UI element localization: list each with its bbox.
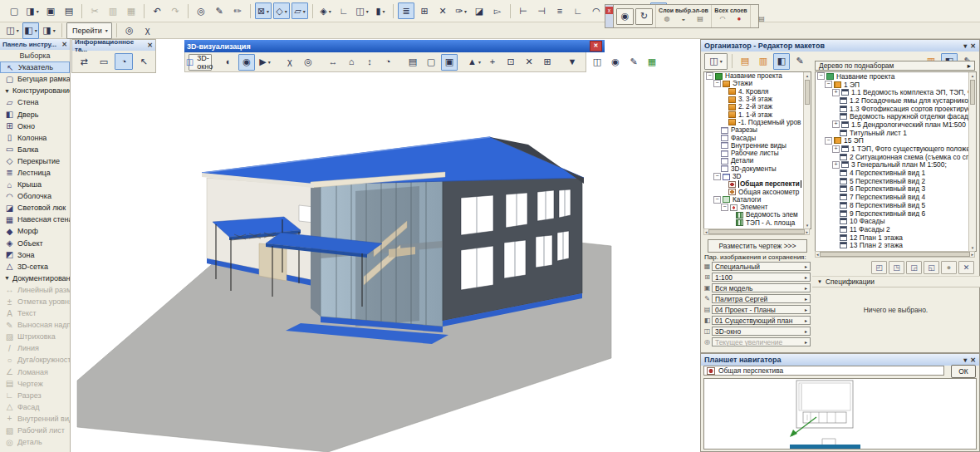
save-icon[interactable]: ▣ xyxy=(42,2,59,19)
eraser-icon[interactable]: ◪ xyxy=(471,2,488,19)
collapse-box-icon[interactable]: − xyxy=(713,196,721,204)
arc-edit-icon[interactable]: ◠ xyxy=(588,2,605,19)
layout-tree-hscrollbar[interactable]: ◂▸ xyxy=(815,251,975,258)
popup-navigator-icon[interactable]: ◫▾ xyxy=(4,22,21,39)
window-type-dropdown[interactable]: ◫3D-окно▸ xyxy=(703,326,811,337)
navigator-ok-button[interactable]: ОК xyxy=(951,365,976,378)
3d-viewport[interactable]: 3D-визуализация ✕ ◫3D-окно◐◉▶▾χ◎↔⌂↕◔▤▢▣▲… xyxy=(71,39,700,452)
close-icon[interactable]: ✕ xyxy=(970,42,976,50)
close-icon[interactable]: ✕ xyxy=(590,41,602,52)
tree-item[interactable]: −3D xyxy=(704,173,803,180)
orbit-eye-icon[interactable]: ◉ xyxy=(616,8,634,25)
navigator-header[interactable]: Планшет навигатора ▾✕ xyxy=(701,354,979,366)
roof-tool[interactable]: ⌂Крыша xyxy=(0,179,70,190)
new-master-layout-icon[interactable]: ◳ xyxy=(889,261,904,274)
tree-item[interactable]: −Элемент xyxy=(704,204,803,211)
tree-item[interactable]: 10 Фасады xyxy=(816,217,968,225)
close-icon[interactable]: ✕ xyxy=(970,356,976,364)
tree-item[interactable]: Общая аксонометр xyxy=(704,188,803,195)
tree-item[interactable]: −1 ЭП xyxy=(816,81,968,89)
new-layout-icon[interactable]: ◰ xyxy=(871,261,887,274)
tool-section[interactable]: ▼Конструирование xyxy=(0,85,70,96)
rotate-eye-icon[interactable]: ↻ xyxy=(635,8,653,25)
tree-item[interactable]: 2. 2-й этаж xyxy=(704,103,803,111)
fit-in-window-icon[interactable]: ⌂ xyxy=(343,54,360,71)
lock-layer-icon[interactable]: ◒ xyxy=(676,13,691,25)
organizer-header[interactable]: Организатор - Редактор макетов ▾✕ xyxy=(701,40,979,52)
tree-item[interactable]: ТЭП - А. площа xyxy=(704,219,803,227)
publisher-icon[interactable]: ✎ xyxy=(791,53,808,70)
distribute-icon[interactable]: ≡ xyxy=(551,2,568,19)
photorender-icon[interactable]: ▼ xyxy=(564,54,581,71)
inject-pen-icon[interactable]: ✏ xyxy=(229,2,246,19)
duplicate-icon[interactable]: ◫▾ xyxy=(354,2,370,19)
marquee-3d-icon[interactable]: ⊡ xyxy=(502,54,519,71)
structure-display-dropdown[interactable]: ▣Вся модель▸ xyxy=(703,282,811,293)
pan-icon[interactable]: ↔ xyxy=(325,54,341,71)
window-tool[interactable]: ⊞Окно xyxy=(0,120,70,132)
wall-tool[interactable]: ▱Стена xyxy=(0,96,70,108)
tree-item[interactable]: Титульный лист 1 xyxy=(816,129,968,137)
tree-item[interactable]: Внутренние виды xyxy=(704,142,803,150)
find-select-icon[interactable]: ◎ xyxy=(193,2,209,19)
tree-item[interactable]: Детали xyxy=(704,157,803,165)
import-layout-icon[interactable]: ◱ xyxy=(924,261,939,274)
dropdown-value-box[interactable]: 1:100▸ xyxy=(712,273,811,282)
close-icon[interactable]: x xyxy=(605,7,613,14)
subset-tree-selector[interactable]: Дерево по поднаборам▸ xyxy=(815,61,975,71)
collapse-box-icon[interactable]: − xyxy=(713,173,721,180)
orbit-info-icon[interactable]: ◔ xyxy=(115,53,133,70)
print-icon[interactable]: ▤ xyxy=(61,2,77,19)
sun-settings-icon[interactable]: ▦ xyxy=(644,54,660,71)
hidden-line-icon[interactable]: ▤ xyxy=(404,54,421,71)
tree-item[interactable]: 9 Перспективный вид 6 xyxy=(816,209,968,218)
sketch-render-icon[interactable]: ✎ xyxy=(625,54,642,71)
tree-item[interactable]: +1.5 Дендрологический план М1:500 xyxy=(816,120,968,129)
tree-item[interactable]: 2 Ситуационная схема (съемка со спутни xyxy=(816,153,968,161)
align-left-icon[interactable]: ⊢ xyxy=(515,2,532,19)
collapse-box-icon[interactable]: − xyxy=(713,80,721,87)
new-subset-icon[interactable]: ◲ xyxy=(906,261,922,274)
expand-box-icon[interactable]: + xyxy=(832,89,840,96)
dropdown-value-box[interactable]: 01 Существующий план▸ xyxy=(712,316,811,325)
scale-dropdown[interactable]: ⊞1:100▸ xyxy=(703,272,811,282)
orbit-icon[interactable]: ◐ xyxy=(220,54,237,71)
collapse-box-icon[interactable]: − xyxy=(706,72,713,80)
tree-item[interactable]: 4. Кровля xyxy=(704,88,803,96)
place-drawing-button[interactable]: Разместить чертеж >>> xyxy=(708,239,807,253)
expand-box-icon[interactable]: + xyxy=(832,120,840,128)
walk-icon[interactable]: χ xyxy=(140,22,156,39)
tool-section[interactable]: ▼Документирование xyxy=(0,273,70,284)
stair-tool-icon[interactable]: ≣ xyxy=(398,2,414,19)
tree-item[interactable]: Ведомость наружной отделки фасадов xyxy=(816,112,968,120)
remove-cut-icon[interactable]: ✕ xyxy=(521,54,537,71)
pens-icon[interactable]: ✑▾ xyxy=(453,2,469,19)
tree-item[interactable]: 8 Перспективный вид 5 xyxy=(816,201,968,209)
navigator-view-field[interactable]: Общая перспектива xyxy=(703,366,944,376)
tree-item[interactable]: 3. 3-й этаж xyxy=(704,96,803,103)
previous-zoom-icon[interactable]: ◔ xyxy=(380,54,396,71)
3d-grid-icon[interactable]: ⊞ xyxy=(539,54,556,71)
tree-item[interactable]: Разрезы xyxy=(704,126,803,134)
close-icon[interactable]: ✕ xyxy=(147,42,153,49)
tree-item[interactable]: −15 ЭП xyxy=(816,137,968,145)
close-icon[interactable]: ✕ xyxy=(61,41,67,48)
layers-toolbar-grip[interactable]: x xyxy=(605,5,614,27)
curtain-wall-tool[interactable]: ▦Навесная стена xyxy=(0,214,70,225)
project-tree-vscrollbar[interactable]: ▴▾ xyxy=(803,72,811,228)
tree-item[interactable]: −Название проекта xyxy=(704,72,803,80)
marquee-info-icon[interactable]: ▭ xyxy=(95,53,113,70)
pick-pen-icon[interactable]: ✎ xyxy=(211,2,228,19)
truss-grid-icon[interactable]: ⊞ xyxy=(416,2,433,19)
corner-icon[interactable]: ∟ xyxy=(336,2,352,19)
white-model-icon[interactable]: ▢ xyxy=(423,54,439,71)
tree-item[interactable]: 13 План 2 этажа xyxy=(816,241,968,249)
layer-copy-icon[interactable]: ▤ xyxy=(693,13,708,25)
fly-mode-icon[interactable]: ▶▾ xyxy=(257,54,273,71)
info-panel-header[interactable]: Информационное та... ✕ xyxy=(72,40,155,51)
add-cut-icon[interactable]: + xyxy=(484,54,501,71)
stair-tool[interactable]: ≣Лестница xyxy=(0,167,70,179)
magic-wand-icon[interactable]: ◇▾ xyxy=(273,2,290,19)
cursor-snap-icon[interactable]: ◈▾ xyxy=(317,2,334,19)
layer-combination-dropdown[interactable]: ▤04 Проект - Планы▸ xyxy=(703,304,811,315)
